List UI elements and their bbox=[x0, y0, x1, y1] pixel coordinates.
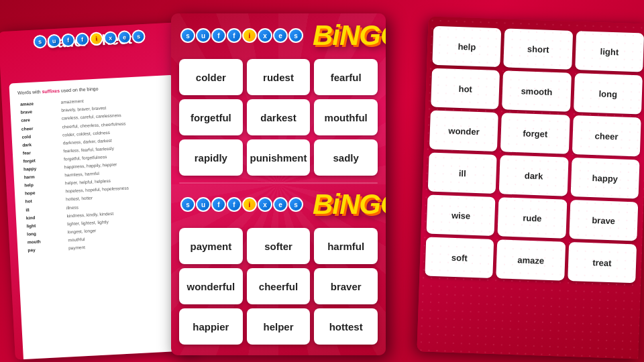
bingo-cell: helper bbox=[247, 308, 311, 345]
bingo-cell: cheerful bbox=[247, 268, 311, 304]
bingo-cell: rapidly bbox=[179, 139, 243, 176]
word-card: wonder bbox=[429, 111, 498, 152]
logo-x: x bbox=[103, 31, 117, 45]
bingo-cell: forgetful bbox=[179, 99, 243, 135]
bingo-top-logo: s u f f i x e s bbox=[180, 28, 303, 43]
caller-table: amazeamazementbravebravely, braver, brav… bbox=[18, 93, 175, 254]
bingo-bottom-grid: paymentsofterharmfulwonderfulcheerfulbra… bbox=[171, 224, 386, 351]
bingo-cell: mouthful bbox=[314, 99, 378, 135]
word-cards-sheet: helpshortlighthotsmoothlongwonderforgetc… bbox=[417, 16, 644, 359]
bingo-bot-logo-e: e bbox=[273, 197, 288, 212]
bingo-cell: softer bbox=[247, 228, 311, 264]
bingo-cell: wonderful bbox=[179, 268, 243, 304]
bingo-cell: hottest bbox=[314, 308, 378, 345]
bingo-cell: sadly bbox=[314, 139, 378, 176]
bingo-cell: payment bbox=[179, 228, 243, 264]
bingo-bot-logo-x: x bbox=[258, 197, 272, 212]
bingo-bottom-label: BiNGO! bbox=[313, 190, 386, 219]
word-card: hot bbox=[431, 68, 500, 110]
bingo-cell: braver bbox=[314, 268, 378, 304]
bingo-bot-logo-u: u bbox=[196, 197, 211, 212]
bingo-cell: punishment bbox=[247, 139, 311, 176]
bingo-logo-s: s bbox=[180, 28, 195, 43]
bingo-logo-s2: s bbox=[288, 28, 303, 43]
caller-root-word: pay bbox=[25, 244, 66, 254]
bingo-logo-e: e bbox=[273, 28, 288, 43]
word-card: help bbox=[432, 26, 501, 68]
word-card: light bbox=[575, 31, 644, 72]
word-cards-grid: helpshortlighthotsmoothlongwonderforgetc… bbox=[418, 16, 644, 335]
logo-s2: s bbox=[131, 29, 146, 44]
bingo-logo-f1: f bbox=[211, 28, 226, 43]
word-card bbox=[566, 284, 635, 326]
caller-sheet-content: Words with suffixes used on the bingo am… bbox=[9, 75, 189, 360]
word-card: wise bbox=[427, 195, 496, 237]
word-card: happy bbox=[570, 158, 639, 199]
bingo-card-bottom-header: s u f f i x e s BiNGO! bbox=[171, 184, 386, 224]
word-card bbox=[494, 282, 564, 323]
bingo-card: s u f f i x e s BiNGO! colderrudestfearf… bbox=[171, 13, 386, 355]
word-card bbox=[423, 279, 492, 320]
word-card: soft bbox=[425, 237, 494, 278]
logo-f1: f bbox=[61, 33, 75, 47]
bingo-bot-logo-f2: f bbox=[227, 197, 241, 212]
bingo-cell: rudest bbox=[247, 59, 311, 95]
word-card: rude bbox=[498, 197, 567, 239]
caller-sheet: s u f f i x e s Caller Sheet Words with … bbox=[0, 22, 197, 359]
bingo-card-top-header: s u f f i x e s BiNGO! bbox=[171, 13, 386, 55]
bingo-bottom-logo: s u f f i x e s bbox=[180, 197, 303, 212]
bingo-cell: fearful bbox=[314, 59, 378, 95]
bingo-cell: happier bbox=[179, 308, 243, 345]
bingo-logo-u: u bbox=[196, 28, 211, 43]
bingo-cell: darkest bbox=[247, 99, 311, 135]
logo-e: e bbox=[117, 30, 131, 44]
bingo-top-grid: colderrudestfearfulforgetfuldarkestmouth… bbox=[171, 55, 386, 182]
bingo-top-label: BiNGO! bbox=[313, 21, 386, 50]
word-card: short bbox=[504, 28, 573, 70]
bingo-cell: harmful bbox=[314, 228, 378, 264]
logo-f2: f bbox=[75, 32, 89, 46]
bingo-bot-logo-s: s bbox=[180, 197, 195, 212]
bingo-logo-x: x bbox=[258, 28, 272, 43]
bingo-logo-f2: f bbox=[227, 28, 241, 43]
word-card: dark bbox=[499, 155, 568, 196]
word-card: treat bbox=[568, 242, 637, 284]
word-card: brave bbox=[569, 200, 638, 241]
logo-s: s bbox=[33, 35, 47, 49]
word-card: forget bbox=[500, 113, 570, 154]
bingo-bot-logo-f1: f bbox=[211, 197, 226, 212]
suffix-highlight: suffixes bbox=[42, 88, 60, 94]
word-card: amaze bbox=[496, 239, 566, 281]
bingo-cell: colder bbox=[179, 59, 243, 95]
word-card: long bbox=[574, 73, 643, 115]
bingo-bot-logo-i: i bbox=[242, 197, 257, 212]
logo-i: i bbox=[89, 32, 103, 46]
bingo-bot-logo-s2: s bbox=[288, 197, 303, 212]
logo-u: u bbox=[47, 34, 61, 48]
word-card: cheer bbox=[572, 115, 641, 157]
bingo-logo-i: i bbox=[242, 28, 257, 43]
word-card: ill bbox=[428, 153, 497, 194]
word-card: smooth bbox=[502, 70, 571, 112]
